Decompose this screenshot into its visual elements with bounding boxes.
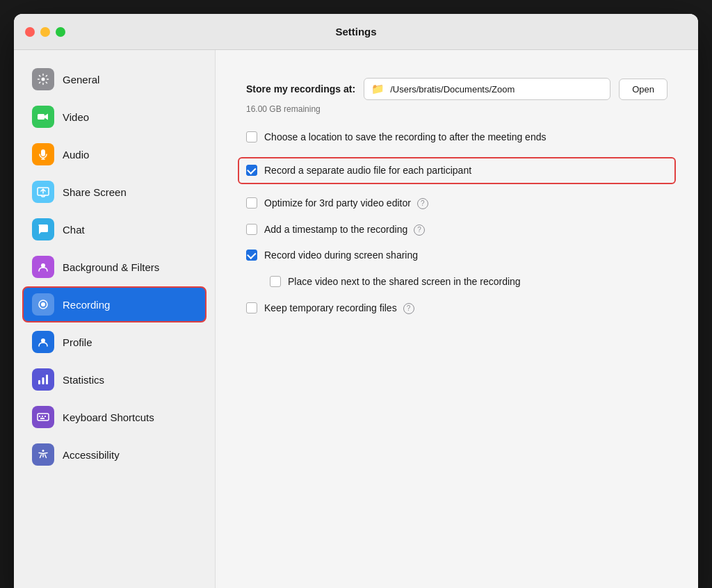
option-place-video-next-label: Place video next to the shared screen in… [288, 275, 521, 289]
checkbox-place-video-next[interactable] [270, 276, 281, 287]
sidebar-item-share-screen[interactable]: Share Screen [22, 174, 207, 210]
recording-label: Recording [63, 299, 110, 311]
settings-window: Settings General [14, 14, 698, 588]
sidebar-item-accessibility[interactable]: Accessibility [22, 436, 207, 473]
store-recordings-row: Store my recordings at: 📁 /Users/bratis/… [246, 78, 668, 100]
sidebar-item-audio[interactable]: Audio [22, 136, 207, 172]
profile-label: Profile [63, 336, 92, 348]
help-icon-optimize[interactable]: ? [417, 198, 428, 209]
traffic-lights [25, 27, 65, 37]
sidebar: General Video [14, 50, 216, 588]
profile-icon [32, 331, 54, 353]
storage-remaining: 16.00 GB remaining [246, 104, 668, 114]
checkbox-optimize-3rd[interactable] [246, 197, 257, 209]
share-screen-label: Share Screen [63, 186, 127, 198]
recording-icon [32, 293, 54, 316]
option-record-video-sharing: Record video during screen sharing [246, 249, 668, 263]
folder-icon: 📁 [371, 83, 385, 95]
help-icon-temp-files[interactable]: ? [403, 303, 414, 314]
video-icon [32, 106, 54, 128]
statistics-icon [32, 368, 54, 391]
accessibility-label: Accessibility [63, 449, 120, 461]
titlebar: Settings [14, 14, 698, 50]
svg-point-0 [42, 78, 45, 81]
help-icon-timestamp[interactable]: ? [414, 224, 425, 236]
option-choose-location-label: Choose a location to save the recording … [264, 131, 546, 145]
general-label: General [63, 74, 99, 85]
checkbox-separate-audio[interactable] [246, 165, 257, 176]
keyboard-shortcuts-label: Keyboard Shortcuts [63, 411, 154, 423]
store-label: Store my recordings at: [246, 83, 355, 95]
sidebar-item-statistics[interactable]: Statistics [22, 361, 207, 398]
option-choose-location: Choose a location to save the recording … [246, 131, 668, 145]
svg-point-15 [42, 450, 44, 452]
svg-rect-10 [38, 414, 49, 420]
window-title: Settings [335, 26, 376, 38]
statistics-label: Statistics [63, 374, 104, 386]
audio-icon [32, 143, 54, 165]
keyboard-shortcuts-icon [32, 406, 54, 428]
path-value: /Users/bratis/Documents/Zoom [390, 84, 515, 95]
option-timestamp: Add a timestamp to the recording ? [246, 223, 668, 237]
option-separate-audio-label: Record a separate audio file for each pa… [264, 164, 471, 178]
svg-point-5 [41, 302, 45, 307]
svg-rect-14 [40, 418, 44, 419]
background-filters-icon [32, 256, 54, 278]
svg-rect-9 [46, 375, 48, 384]
checkbox-record-video-sharing[interactable] [246, 250, 257, 261]
chat-label: Chat [63, 224, 85, 236]
option-place-video-next: Place video next to the shared screen in… [270, 275, 668, 289]
sidebar-item-background-filters[interactable]: Background & Filters [22, 249, 207, 285]
general-icon [32, 68, 54, 90]
sidebar-item-profile[interactable]: Profile [22, 324, 207, 360]
sidebar-item-chat[interactable]: Chat [22, 211, 207, 247]
sidebar-item-recording[interactable]: Recording [22, 286, 207, 322]
checkbox-choose-location[interactable] [246, 131, 257, 142]
video-label: Video [63, 111, 89, 123]
svg-rect-1 [38, 114, 44, 120]
option-keep-temp-files: Keep temporary recording files ? [246, 302, 668, 316]
option-optimize-3rd-label: Optimize for 3rd party video editor ? [264, 197, 428, 211]
chat-icon [32, 218, 54, 240]
sidebar-item-video[interactable]: Video [22, 99, 207, 135]
option-optimize-3rd: Optimize for 3rd party video editor ? [246, 197, 668, 211]
main-content: Store my recordings at: 📁 /Users/bratis/… [216, 50, 698, 588]
svg-rect-7 [38, 380, 40, 384]
option-separate-audio: Record a separate audio file for each pa… [238, 157, 676, 185]
svg-rect-11 [39, 416, 40, 417]
sidebar-item-general[interactable]: General [22, 61, 207, 97]
svg-rect-8 [42, 377, 44, 384]
svg-point-6 [41, 338, 45, 343]
path-field: 📁 /Users/bratis/Documents/Zoom [364, 78, 610, 100]
maximize-button[interactable] [56, 27, 65, 37]
accessibility-icon [32, 443, 54, 466]
audio-label: Audio [63, 149, 89, 161]
svg-rect-13 [44, 416, 46, 417]
option-keep-temp-files-label: Keep temporary recording files ? [264, 302, 414, 316]
svg-rect-12 [42, 416, 43, 417]
checkbox-timestamp[interactable] [246, 224, 257, 235]
checkbox-keep-temp-files[interactable] [246, 302, 257, 313]
open-button[interactable]: Open [619, 79, 668, 100]
sidebar-item-keyboard-shortcuts[interactable]: Keyboard Shortcuts [22, 399, 207, 435]
option-timestamp-label: Add a timestamp to the recording ? [264, 223, 425, 237]
background-filters-label: Background & Filters [63, 261, 159, 273]
close-button[interactable] [25, 27, 35, 37]
content-area: General Video [14, 50, 698, 588]
share-screen-icon [32, 181, 54, 203]
option-record-video-sharing-label: Record video during screen sharing [264, 249, 418, 263]
minimize-button[interactable] [40, 27, 50, 37]
svg-point-3 [41, 263, 45, 268]
